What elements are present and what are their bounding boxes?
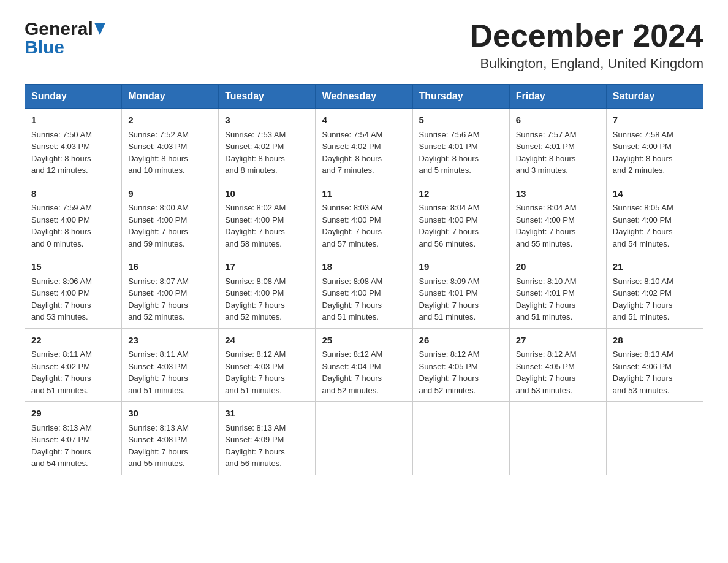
day-sunrise: Sunrise: 8:08 AMSunset: 4:00 PMDaylight:… <box>322 277 382 322</box>
calendar-cell: 12Sunrise: 8:04 AMSunset: 4:00 PMDayligh… <box>412 182 509 255</box>
calendar-cell: 3Sunrise: 7:53 AMSunset: 4:02 PMDaylight… <box>219 109 316 182</box>
calendar-cell: 21Sunrise: 8:10 AMSunset: 4:02 PMDayligh… <box>606 255 703 329</box>
calendar-cell: 15Sunrise: 8:06 AMSunset: 4:00 PMDayligh… <box>25 255 122 329</box>
title-block: December 2024 Bulkington, England, Unite… <box>469 18 703 72</box>
day-sunrise: Sunrise: 8:00 AMSunset: 4:00 PMDaylight:… <box>128 203 189 248</box>
calendar-cell: 17Sunrise: 8:08 AMSunset: 4:00 PMDayligh… <box>219 255 316 329</box>
calendar-table: SundayMondayTuesdayWednesdayThursdayFrid… <box>25 84 703 475</box>
calendar-cell: 8Sunrise: 7:59 AMSunset: 4:00 PMDaylight… <box>25 182 122 255</box>
day-sunrise: Sunrise: 8:11 AMSunset: 4:02 PMDaylight:… <box>31 350 92 395</box>
day-number: 2 <box>128 113 212 128</box>
day-number: 30 <box>128 407 212 421</box>
day-sunrise: Sunrise: 8:06 AMSunset: 4:00 PMDaylight:… <box>31 277 92 322</box>
week-row-4: 22Sunrise: 8:11 AMSunset: 4:02 PMDayligh… <box>25 328 703 402</box>
calendar-cell: 30Sunrise: 8:13 AMSunset: 4:08 PMDayligh… <box>122 402 219 475</box>
day-number: 29 <box>31 407 115 421</box>
day-number: 13 <box>516 187 600 201</box>
day-sunrise: Sunrise: 8:08 AMSunset: 4:00 PMDaylight:… <box>225 277 286 322</box>
day-sunrise: Sunrise: 8:09 AMSunset: 4:01 PMDaylight:… <box>419 277 480 322</box>
day-sunrise: Sunrise: 8:11 AMSunset: 4:03 PMDaylight:… <box>128 350 189 395</box>
svg-marker-0 <box>94 23 105 35</box>
calendar-cell: 6Sunrise: 7:57 AMSunset: 4:01 PMDaylight… <box>509 109 606 182</box>
day-sunrise: Sunrise: 8:13 AMSunset: 4:06 PMDaylight:… <box>613 350 673 395</box>
calendar-cell: 31Sunrise: 8:13 AMSunset: 4:09 PMDayligh… <box>219 402 316 475</box>
day-number: 9 <box>128 187 212 201</box>
day-number: 7 <box>613 113 697 128</box>
day-number: 26 <box>419 334 503 348</box>
day-sunrise: Sunrise: 7:59 AMSunset: 4:00 PMDaylight:… <box>31 203 92 248</box>
calendar-cell: 1Sunrise: 7:50 AMSunset: 4:03 PMDaylight… <box>25 109 122 182</box>
day-sunrise: Sunrise: 8:12 AMSunset: 4:05 PMDaylight:… <box>516 350 577 395</box>
calendar-cell: 24Sunrise: 8:12 AMSunset: 4:03 PMDayligh… <box>219 328 316 402</box>
day-number: 22 <box>31 334 115 348</box>
calendar-cell: 19Sunrise: 8:09 AMSunset: 4:01 PMDayligh… <box>412 255 509 329</box>
day-sunrise: Sunrise: 7:57 AMSunset: 4:01 PMDaylight:… <box>516 130 577 175</box>
day-sunrise: Sunrise: 8:04 AMSunset: 4:00 PMDaylight:… <box>419 203 480 248</box>
calendar-cell <box>412 402 509 475</box>
weekday-header-wednesday: Wednesday <box>316 85 412 109</box>
calendar-cell <box>509 402 606 475</box>
day-sunrise: Sunrise: 8:07 AMSunset: 4:00 PMDaylight:… <box>128 277 189 322</box>
calendar-cell: 22Sunrise: 8:11 AMSunset: 4:02 PMDayligh… <box>25 328 122 402</box>
day-number: 25 <box>322 334 406 348</box>
day-sunrise: Sunrise: 7:56 AMSunset: 4:01 PMDaylight:… <box>419 130 480 175</box>
logo-line1: General <box>25 18 105 39</box>
day-number: 28 <box>613 334 697 348</box>
day-sunrise: Sunrise: 8:12 AMSunset: 4:05 PMDaylight:… <box>419 350 480 395</box>
calendar-cell: 11Sunrise: 8:03 AMSunset: 4:00 PMDayligh… <box>316 182 412 255</box>
weekday-header-sunday: Sunday <box>25 85 122 109</box>
day-sunrise: Sunrise: 8:10 AMSunset: 4:01 PMDaylight:… <box>516 277 577 322</box>
day-sunrise: Sunrise: 8:10 AMSunset: 4:02 PMDaylight:… <box>613 277 673 322</box>
calendar-cell: 16Sunrise: 8:07 AMSunset: 4:00 PMDayligh… <box>122 255 219 329</box>
weekday-header-tuesday: Tuesday <box>219 85 316 109</box>
day-number: 12 <box>419 187 503 201</box>
page-header: General Blue December 2024 Bulkington, E… <box>25 18 703 72</box>
calendar-cell: 25Sunrise: 8:12 AMSunset: 4:04 PMDayligh… <box>316 328 412 402</box>
calendar-cell: 20Sunrise: 8:10 AMSunset: 4:01 PMDayligh… <box>509 255 606 329</box>
day-sunrise: Sunrise: 7:50 AMSunset: 4:03 PMDaylight:… <box>31 130 92 175</box>
calendar-cell: 5Sunrise: 7:56 AMSunset: 4:01 PMDaylight… <box>412 109 509 182</box>
month-title: December 2024 <box>469 18 703 53</box>
weekday-header-thursday: Thursday <box>412 85 509 109</box>
day-sunrise: Sunrise: 8:13 AMSunset: 4:08 PMDaylight:… <box>128 423 189 469</box>
calendar-cell: 29Sunrise: 8:13 AMSunset: 4:07 PMDayligh… <box>25 402 122 475</box>
week-row-5: 29Sunrise: 8:13 AMSunset: 4:07 PMDayligh… <box>25 402 703 475</box>
day-number: 16 <box>128 260 212 274</box>
day-sunrise: Sunrise: 8:12 AMSunset: 4:03 PMDaylight:… <box>225 350 286 395</box>
day-number: 14 <box>613 187 697 201</box>
day-sunrise: Sunrise: 8:02 AMSunset: 4:00 PMDaylight:… <box>225 203 286 248</box>
day-sunrise: Sunrise: 8:12 AMSunset: 4:04 PMDaylight:… <box>322 350 382 395</box>
calendar-cell: 2Sunrise: 7:52 AMSunset: 4:03 PMDaylight… <box>122 109 219 182</box>
day-number: 23 <box>128 334 212 348</box>
calendar-cell: 23Sunrise: 8:11 AMSunset: 4:03 PMDayligh… <box>122 328 219 402</box>
calendar-cell: 28Sunrise: 8:13 AMSunset: 4:06 PMDayligh… <box>606 328 703 402</box>
day-sunrise: Sunrise: 8:13 AMSunset: 4:07 PMDaylight:… <box>31 423 92 469</box>
week-row-2: 8Sunrise: 7:59 AMSunset: 4:00 PMDaylight… <box>25 182 703 255</box>
calendar-cell: 10Sunrise: 8:02 AMSunset: 4:00 PMDayligh… <box>219 182 316 255</box>
weekday-header-saturday: Saturday <box>606 85 703 109</box>
calendar-cell: 4Sunrise: 7:54 AMSunset: 4:02 PMDaylight… <box>316 109 412 182</box>
day-number: 21 <box>613 260 697 274</box>
day-number: 4 <box>322 113 406 128</box>
logo-triangle-icon <box>94 23 105 35</box>
day-sunrise: Sunrise: 7:53 AMSunset: 4:02 PMDaylight:… <box>225 130 286 175</box>
weekday-header-monday: Monday <box>122 85 219 109</box>
day-number: 11 <box>322 187 406 201</box>
calendar-cell: 13Sunrise: 8:04 AMSunset: 4:00 PMDayligh… <box>509 182 606 255</box>
calendar-cell: 14Sunrise: 8:05 AMSunset: 4:00 PMDayligh… <box>606 182 703 255</box>
day-number: 18 <box>322 260 406 274</box>
day-number: 6 <box>516 113 600 128</box>
day-number: 19 <box>419 260 503 274</box>
day-sunrise: Sunrise: 8:13 AMSunset: 4:09 PMDaylight:… <box>225 423 286 469</box>
calendar-cell: 27Sunrise: 8:12 AMSunset: 4:05 PMDayligh… <box>509 328 606 402</box>
day-number: 17 <box>225 260 309 274</box>
day-number: 31 <box>225 407 309 421</box>
day-number: 24 <box>225 334 309 348</box>
day-number: 5 <box>419 113 503 128</box>
week-row-1: 1Sunrise: 7:50 AMSunset: 4:03 PMDaylight… <box>25 109 703 182</box>
calendar-cell <box>606 402 703 475</box>
logo-line2: Blue <box>25 37 105 58</box>
calendar-cell: 7Sunrise: 7:58 AMSunset: 4:00 PMDaylight… <box>606 109 703 182</box>
weekday-header-friday: Friday <box>509 85 606 109</box>
day-sunrise: Sunrise: 8:04 AMSunset: 4:00 PMDaylight:… <box>516 203 577 248</box>
